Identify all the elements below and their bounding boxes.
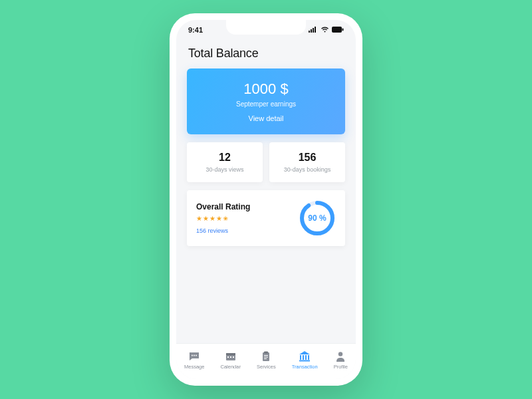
rating-info: Overall Rating ★★★★✬ 156 reviews	[196, 202, 250, 234]
rating-title: Overall Rating	[196, 202, 250, 211]
bookings-label: 30-days bookings	[273, 166, 341, 173]
svg-point-27	[338, 352, 342, 356]
stats-row: 12 30-days views 156 30-days bookings	[187, 142, 345, 182]
status-indicators	[309, 26, 344, 34]
svg-marker-21	[299, 351, 310, 354]
views-card[interactable]: 12 30-days views	[187, 142, 263, 182]
svg-rect-18	[264, 355, 268, 356]
svg-rect-15	[233, 356, 234, 358]
tab-calendar[interactable]: Calendar	[220, 351, 240, 370]
svg-rect-0	[309, 31, 310, 33]
balance-amount: 1000 $	[194, 80, 338, 98]
svg-rect-19	[264, 356, 268, 357]
tab-services[interactable]: Services	[257, 351, 276, 370]
rating-stars: ★★★★✬	[196, 215, 250, 222]
svg-rect-12	[226, 353, 235, 355]
notch	[226, 20, 306, 35]
rating-card[interactable]: Overall Rating ★★★★✬ 156 reviews 90 %	[187, 190, 345, 246]
screen: 9:41 Total Balance 1000 $ Septemper earn…	[176, 20, 356, 379]
tab-label: Calendar	[220, 364, 240, 370]
wifi-icon	[321, 26, 329, 34]
svg-rect-4	[332, 27, 342, 33]
view-detail-link[interactable]: View detail	[249, 114, 284, 122]
svg-rect-20	[264, 358, 267, 359]
phone-frame: 9:41 Total Balance 1000 $ Septemper earn…	[170, 13, 362, 386]
svg-point-10	[196, 354, 197, 356]
svg-rect-2	[313, 28, 314, 33]
views-label: 30-days views	[191, 166, 259, 173]
message-icon	[188, 351, 200, 362]
tab-label: Message	[184, 364, 204, 370]
rating-reviews-link[interactable]: 156 reviews	[196, 227, 250, 234]
content: Total Balance 1000 $ Septemper earnings …	[176, 40, 356, 343]
status-time: 9:41	[188, 26, 203, 34]
tab-message[interactable]: Message	[184, 351, 204, 370]
svg-rect-17	[264, 351, 268, 353]
svg-rect-1	[311, 29, 312, 33]
views-value: 12	[191, 152, 259, 164]
bookings-value: 156	[273, 152, 341, 164]
balance-card: 1000 $ Septemper earnings View detail	[187, 68, 345, 134]
svg-point-9	[194, 354, 195, 356]
bank-icon	[299, 351, 311, 362]
svg-rect-24	[305, 355, 307, 360]
svg-rect-3	[315, 27, 316, 33]
tab-label: Profile	[334, 364, 348, 370]
tab-label: Transaction	[292, 364, 318, 370]
svg-rect-13	[227, 356, 229, 358]
signal-icon	[309, 26, 318, 34]
tab-profile[interactable]: Profile	[334, 351, 348, 370]
balance-subtitle: Septemper earnings	[194, 100, 338, 108]
svg-rect-14	[230, 356, 231, 358]
svg-rect-5	[342, 29, 344, 31]
tab-transaction[interactable]: Transaction	[292, 351, 318, 370]
rating-percent: 90 %	[299, 200, 336, 237]
svg-rect-26	[299, 360, 310, 361]
svg-rect-22	[300, 355, 301, 360]
svg-rect-23	[303, 355, 304, 360]
profile-icon	[334, 351, 346, 362]
tab-bar: Message Calendar Services Transaction	[176, 343, 356, 379]
tab-label: Services	[257, 364, 276, 370]
page-title: Total Balance	[188, 47, 345, 61]
svg-point-8	[192, 354, 193, 356]
svg-rect-25	[308, 355, 309, 360]
rating-ring: 90 %	[299, 200, 336, 237]
battery-icon	[332, 26, 344, 34]
calendar-icon	[225, 351, 237, 362]
clipboard-icon	[260, 351, 272, 362]
bookings-card[interactable]: 156 30-days bookings	[269, 142, 345, 182]
